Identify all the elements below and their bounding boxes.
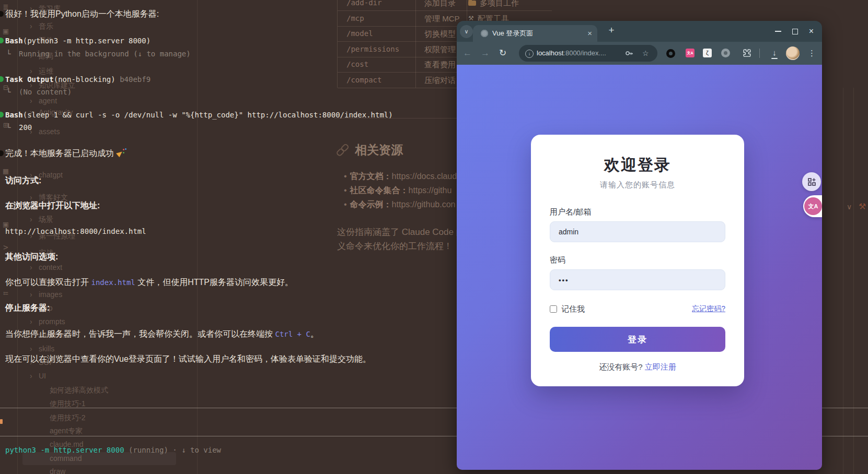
grid-plus-icon <box>807 177 816 186</box>
tool-bullet-icon <box>0 76 4 82</box>
terminal-segment: 很好！我使用Python启动一个本地服务器: <box>5 9 159 18</box>
chevron-down-icon: ∨ <box>464 28 468 35</box>
terminal-segment: 文件，但使用HTTP服务器访问效果更好。 <box>135 278 293 287</box>
password-label: 密码 <box>550 255 725 265</box>
tab-close-icon[interactable]: × <box>587 25 592 42</box>
address-bar[interactable]: i localhost:8000/index.... ☆ <box>519 45 657 62</box>
options-row: 记住我 忘记密码? <box>550 304 725 314</box>
terminal-segment: 访问方式: <box>5 176 41 185</box>
remember-label: 记住我 <box>561 304 585 314</box>
terminal-segment: (non-blocking) <box>54 75 120 84</box>
forward-icon[interactable]: → <box>481 42 490 65</box>
terminal-segment: 200 <box>19 123 32 132</box>
browser-toolbar: ← → ↻ i localhost:8000/index.... ☆ 文A ζ … <box>457 42 822 65</box>
tool-bullet-icon <box>0 38 4 43</box>
browser-viewport: 欢迎登录 请输入您的账号信息 用户名/邮箱 密码 记住我 忘记密码? 登录 还没… <box>457 65 822 470</box>
terminal-segment: 完成！本地服务器已启动成功 <box>5 149 116 158</box>
translate-float-icon[interactable]: 文A <box>804 197 822 215</box>
signup-link[interactable]: 立即注册 <box>645 362 676 371</box>
url-host: localhost <box>537 49 563 57</box>
browser-tab[interactable]: Vue 登录页面 × <box>473 25 597 42</box>
message-bullet-icon <box>0 11 4 17</box>
translate-extension-icon[interactable]: 文A <box>686 49 695 57</box>
signup-row: 还没有账号?立即注册 <box>550 362 725 372</box>
terminal-segment: http://localhost:8000/index.html <box>5 227 146 235</box>
signup-text: 还没有账号? <box>599 362 642 371</box>
downloads-icon[interactable]: ↓ <box>770 42 779 65</box>
terminal-segment: 其他访问选项: <box>5 252 58 261</box>
extensions-puzzle-icon[interactable] <box>742 48 751 60</box>
prompt-caret <box>0 419 3 424</box>
tab-title: Vue 登录页面 <box>492 25 533 42</box>
remember-checkbox[interactable] <box>550 305 557 313</box>
browser-menu-icon[interactable]: ⋮ <box>808 42 816 65</box>
page-title: 欢迎登录 <box>550 155 725 175</box>
terminal-segment: (python3 -m http.server 8000) <box>23 37 151 45</box>
tool-bullet-icon <box>0 112 4 117</box>
terminal-segment: 现在可以在浏览器中查看你的Vue登录页面了！试试输入用户名和密码，体验表单验证和… <box>5 354 371 363</box>
password-field[interactable] <box>550 269 725 290</box>
connector-icon: └ <box>6 86 10 98</box>
screen: ≣▣⊟⊞▦▣>_≔ ›学习库›音乐›硬件›邮局›运维›知识库建立›agent›A… <box>0 0 868 474</box>
connector-icon: └ <box>6 122 10 133</box>
toolbar-divider <box>759 49 760 58</box>
maximize-icon[interactable] <box>792 29 798 34</box>
remember-me[interactable]: 记住我 <box>550 304 585 314</box>
terminal-segment: b40ebf9 <box>120 75 151 84</box>
tab-strip: ∨ Vue 登录页面 × + × <box>457 21 822 42</box>
page-subtitle: 请输入您的账号信息 <box>550 180 725 190</box>
terminal-segment: index.html <box>91 278 135 287</box>
new-tab-button[interactable]: + <box>604 23 619 38</box>
terminal-segment: 在浏览器中打开以下地址: <box>5 201 100 210</box>
userscript-extension-icon[interactable]: ζ <box>703 49 712 57</box>
globe-favicon-icon <box>481 30 488 37</box>
username-label: 用户名/邮箱 <box>550 207 725 217</box>
party-popper-icon <box>116 148 125 156</box>
terminal-segment: 。 <box>310 329 319 338</box>
terminal-segment: 停止服务器: <box>5 303 50 312</box>
screenshot-extension-icon[interactable] <box>721 49 730 57</box>
terminal-segment: Ctrl + C <box>275 330 310 338</box>
tab-search-button[interactable]: ∨ <box>460 25 473 38</box>
login-button[interactable]: 登录 <box>550 327 725 352</box>
forgot-password-link[interactable]: 忘记密码? <box>692 304 725 314</box>
terminal-segment: (sleep 1 && curl -s -o /dev/null -w "%{h… <box>23 111 393 119</box>
terminal-segment: Bash <box>5 111 23 119</box>
window-controls: × <box>775 21 822 42</box>
login-card: 欢迎登录 请输入您的账号信息 用户名/邮箱 密码 记住我 忘记密码? 登录 还没… <box>531 135 744 386</box>
browser-window: ∨ Vue 登录页面 × + × ← → ↻ i localhost:8000/… <box>457 21 822 470</box>
status-segment: (running) · ↓ to view <box>124 446 221 454</box>
reload-icon[interactable]: ↻ <box>499 42 506 65</box>
username-field[interactable] <box>550 221 725 242</box>
close-icon[interactable]: × <box>809 28 814 35</box>
terminal-segment: Running in the background (↓ to manage) <box>19 50 191 58</box>
adblock-extension-icon[interactable] <box>666 49 675 58</box>
terminal-text: 很好！我使用Python启动一个本地服务器: <box>5 8 868 20</box>
site-info-icon[interactable]: i <box>525 50 534 58</box>
minimize-icon[interactable] <box>775 31 781 32</box>
terminal-segment: 你也可以直接双击打开 <box>5 278 91 287</box>
terminal-segment: (No content) <box>19 88 72 96</box>
terminal-segment: Task Output <box>5 75 54 84</box>
connector-icon: └ <box>6 48 10 60</box>
profile-avatar[interactable] <box>786 46 800 60</box>
sidebar-extension-button[interactable] <box>802 172 821 191</box>
status-segment: python3 -m http.server 8000 <box>5 446 124 454</box>
terminal-segment: 当你想停止服务器时，告诉我一声，我会帮你关闭。或者你可以在终端按 <box>5 329 275 338</box>
translate-float-pill[interactable]: 文A <box>803 195 822 217</box>
password-key-icon[interactable] <box>625 49 633 60</box>
back-icon[interactable]: ← <box>463 42 472 65</box>
url-text: localhost:8000/index.... <box>537 45 606 62</box>
terminal-status-line: python3 -m http.server 8000 (running) · … <box>5 444 221 456</box>
terminal-line: 很好！我使用Python启动一个本地服务器: <box>0 8 868 20</box>
url-path: :8000/index.... <box>563 49 606 57</box>
bookmark-star-icon[interactable]: ☆ <box>642 45 649 62</box>
message-bullet-icon <box>0 150 4 156</box>
terminal-segment: Bash <box>5 37 23 45</box>
